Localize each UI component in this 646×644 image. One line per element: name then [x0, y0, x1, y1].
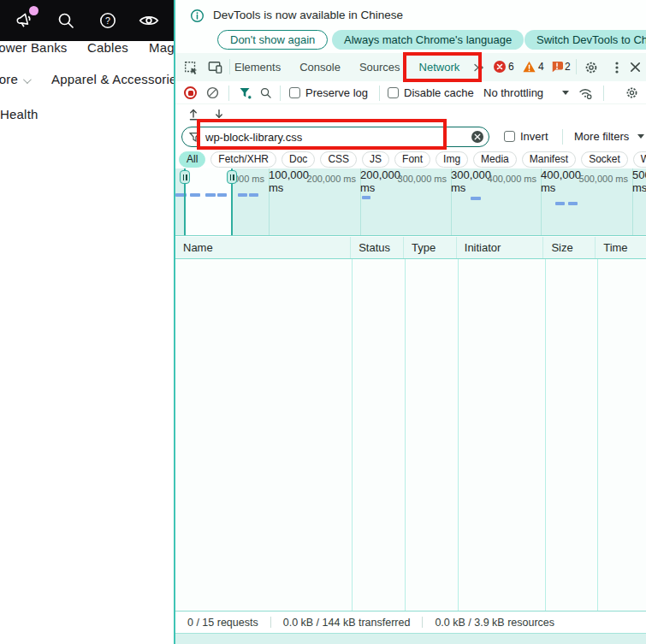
- record-button[interactable]: [184, 86, 197, 99]
- search-network-icon[interactable]: [259, 86, 272, 99]
- nav-link-health[interactable]: Health: [0, 107, 39, 121]
- inspect-element-icon[interactable]: [182, 59, 199, 75]
- nav-link-more[interactable]: More: [0, 72, 29, 86]
- devtools-tab[interactable]: Console: [290, 53, 350, 81]
- column-header[interactable]: Type: [404, 237, 457, 258]
- clear-icon[interactable]: [206, 86, 219, 99]
- column-header[interactable]: Status: [351, 237, 404, 258]
- request-bar: [568, 202, 578, 205]
- filter-input-highlight: [197, 119, 447, 150]
- invert-label[interactable]: Invert: [520, 130, 548, 143]
- clear-filter-icon[interactable]: [471, 131, 483, 143]
- request-bar: [217, 193, 227, 197]
- column-separator: [545, 259, 546, 611]
- requests-summary: 0 / 15 requests: [175, 617, 270, 629]
- eye-icon[interactable]: [138, 9, 160, 32]
- request-bar: [238, 193, 247, 197]
- type-chip[interactable]: Img: [436, 151, 468, 168]
- network-tab-highlight: [403, 52, 482, 82]
- tick-label: 500,000 ms: [632, 172, 646, 185]
- devtools-tab[interactable]: Sources: [350, 53, 410, 81]
- more-filters-caret-icon[interactable]: [637, 134, 644, 139]
- svg-text:?: ?: [105, 15, 110, 26]
- type-chip[interactable]: Doc: [282, 151, 315, 168]
- network-conditions-icon[interactable]: [578, 86, 593, 100]
- network-toolbar: Preserve log Disable cache No throttling: [175, 81, 646, 104]
- column-separator: [405, 259, 406, 611]
- request-bar: [205, 193, 216, 197]
- network-status-bar: 0 / 15 requests 0.0 kB / 144 kB transfer…: [175, 611, 646, 633]
- site-header: ?: [0, 0, 174, 41]
- resources-summary: 0.0 kB / 3.9 kB resources: [423, 617, 566, 629]
- type-chip[interactable]: JS: [362, 151, 389, 168]
- nav-link[interactable]: MagSafe: [149, 40, 174, 55]
- type-chip[interactable]: Wasm: [633, 151, 646, 168]
- switch-to-chinese-button[interactable]: Switch DevTools to Chinese: [525, 30, 646, 50]
- chevron-down-icon: [23, 75, 32, 84]
- info-icon: [190, 9, 204, 23]
- type-chip[interactable]: Manifest: [522, 151, 576, 168]
- close-icon[interactable]: [627, 59, 643, 75]
- column-header[interactable]: Size: [543, 237, 596, 258]
- nav-link[interactable]: Cables: [87, 40, 128, 55]
- preserve-log-checkbox[interactable]: [289, 87, 300, 98]
- filter-toggle-icon[interactable]: [239, 86, 252, 100]
- request-bar: [249, 193, 258, 197]
- error-count: 6: [508, 61, 514, 73]
- device-toolbar-icon[interactable]: [207, 59, 223, 75]
- column-header[interactable]: Time: [596, 237, 646, 258]
- type-chip[interactable]: Media: [473, 151, 517, 168]
- preserve-log-label[interactable]: Preserve log: [305, 86, 368, 99]
- timeline-overview[interactable]: 100,000 ms200,000 ms300,000 ms400,000 ms…: [175, 168, 646, 236]
- disable-cache-label[interactable]: Disable cache: [404, 86, 474, 99]
- more-filters-button[interactable]: More filters: [574, 130, 629, 143]
- type-chip[interactable]: All: [179, 151, 205, 168]
- disable-cache-checkbox[interactable]: [388, 87, 399, 98]
- type-chip[interactable]: Socket: [581, 151, 628, 168]
- request-bar: [362, 196, 370, 199]
- column-header[interactable]: Initiator: [457, 237, 544, 258]
- devtools-panel: DevTools is now available in Chinese Don…: [174, 0, 646, 644]
- issues-count: 2: [565, 61, 571, 73]
- column-separator: [597, 259, 598, 611]
- request-bar: [190, 193, 200, 197]
- type-chip[interactable]: CSS: [320, 151, 357, 168]
- request-bar: [555, 202, 565, 205]
- warning-icon[interactable]: [523, 61, 536, 73]
- throttling-select[interactable]: No throttling: [483, 86, 543, 99]
- left-drag-handle[interactable]: [180, 170, 190, 184]
- devtools-infobar: DevTools is now available in Chinese Don…: [175, 0, 646, 53]
- infobar-message: DevTools is now available in Chinese: [213, 9, 403, 21]
- requests-table-header: NameStatusTypeInitiatorSizeTime: [175, 237, 646, 259]
- nav-link[interactable]: Power Banks: [0, 40, 68, 55]
- settings-gear-icon[interactable]: [583, 59, 599, 75]
- type-chip[interactable]: Fetch/XHR: [210, 151, 276, 168]
- transferred-summary: 0.0 kB / 144 kB transferred: [271, 617, 423, 629]
- column-separator: [458, 259, 459, 611]
- resource-type-chips: AllFetch/XHRDocCSSJSFontImgMediaManifest…: [175, 150, 646, 168]
- search-icon[interactable]: [55, 9, 77, 32]
- always-match-language-button[interactable]: Always match Chrome's language: [332, 30, 524, 50]
- column-header[interactable]: Name: [175, 237, 351, 258]
- throttling-caret-icon[interactable]: [562, 91, 569, 95]
- error-icon[interactable]: [494, 61, 506, 73]
- invert-checkbox[interactable]: [504, 131, 515, 142]
- notification-dot: [29, 6, 39, 15]
- drawer-strip: [175, 633, 646, 644]
- screenshot-root: ? Power BanksCablesMagSafe More Apparel …: [0, 0, 646, 644]
- announcement-icon[interactable]: [14, 9, 36, 32]
- issues-icon[interactable]: [551, 61, 563, 73]
- devtools-tab[interactable]: Elements: [225, 53, 290, 81]
- requests-table-body[interactable]: [175, 259, 646, 611]
- column-separator: [352, 259, 353, 611]
- kebab-menu-icon[interactable]: [608, 59, 625, 75]
- help-icon[interactable]: ?: [97, 9, 119, 32]
- warning-count: 4: [538, 61, 544, 73]
- selection-window[interactable]: [184, 168, 232, 235]
- storefront-page: ? Power BanksCablesMagSafe More Apparel …: [0, 0, 174, 644]
- network-settings-gear-icon[interactable]: [625, 86, 639, 100]
- dont-show-again-button[interactable]: Don't show again: [217, 30, 328, 50]
- type-chip[interactable]: Font: [394, 151, 430, 168]
- right-drag-handle[interactable]: [227, 170, 237, 184]
- nav-link-apparel[interactable]: Apparel & Accessories: [51, 72, 174, 86]
